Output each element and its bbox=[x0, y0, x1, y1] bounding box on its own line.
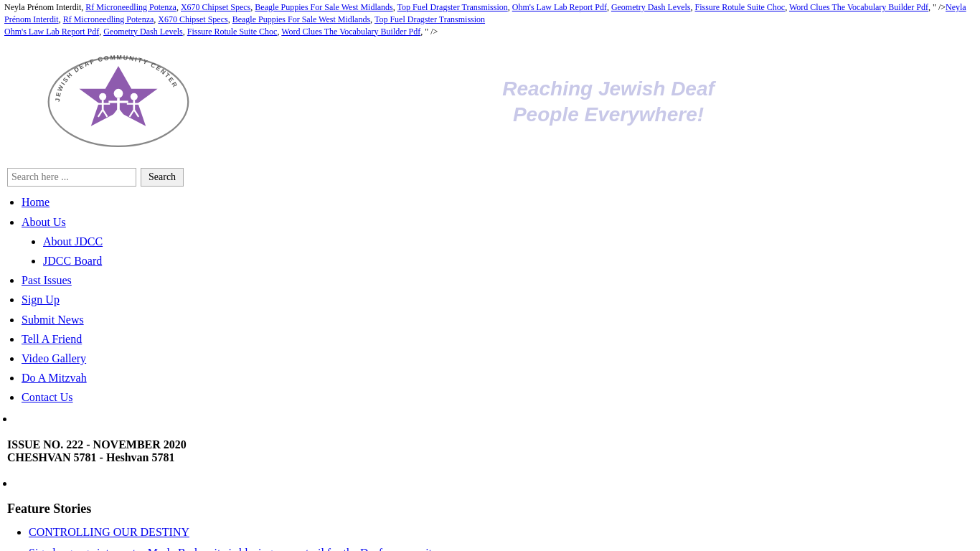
top-link-ohm2[interactable]: Ohm's Law Lab Report Pdf bbox=[4, 27, 99, 37]
logo-svg: JEWISH DEAF COMMUNITY CENTER bbox=[47, 55, 190, 149]
top-link-fissure[interactable]: Fissure Rotule Suite Choc bbox=[695, 2, 786, 12]
tagline-text: Reaching Jewish Deaf People Everywhere! bbox=[502, 76, 715, 128]
svg-point-2 bbox=[114, 89, 123, 98]
nav-item-aboutus: About Us About JDCC JDCC Board bbox=[22, 212, 973, 271]
issue-line1: ISSUE NO. 222 - NOVEMBER 2020 bbox=[7, 438, 973, 451]
main-nav: Home About Us About JDCC JDCC Board Past… bbox=[0, 192, 980, 407]
nav-link-tellafriend[interactable]: Tell A Friend bbox=[22, 333, 82, 345]
top-links-line1: Neyla Prénom Interdit, Rf Microneedling … bbox=[4, 2, 966, 24]
nav-link-submitnews[interactable]: Submit News bbox=[22, 314, 84, 326]
nav-item-pastissues: Past Issues bbox=[22, 270, 973, 290]
dot-1 bbox=[14, 413, 980, 425]
svg-point-7 bbox=[99, 93, 106, 100]
top-link-ohm[interactable]: Ohm's Law Lab Report Pdf bbox=[512, 2, 607, 12]
search-button[interactable]: Search bbox=[141, 168, 184, 187]
nav-link-contactus[interactable]: Contact Us bbox=[22, 391, 73, 403]
top-link-x6702[interactable]: X670 Chipset Specs bbox=[158, 14, 227, 24]
feature-heading: Feature Stories bbox=[7, 501, 973, 517]
search-input[interactable] bbox=[7, 168, 136, 187]
top-link-word2[interactable]: Word Clues The Vocabulary Builder Pdf bbox=[281, 27, 420, 37]
dot-2 bbox=[14, 477, 980, 490]
nav-item-submitnews: Submit News bbox=[22, 310, 973, 329]
nav-link-pastissues[interactable]: Past Issues bbox=[22, 274, 72, 286]
tagline-line1: Reaching Jewish Deaf bbox=[502, 77, 715, 100]
feature-list: CONTROLLING OUR DESTINY Sign language in… bbox=[7, 522, 973, 551]
top-link-beagle[interactable]: Beagle Puppies For Sale West Midlands bbox=[255, 2, 392, 12]
nav-link-jdccboard[interactable]: JDCC Board bbox=[43, 255, 102, 267]
header-area: JEWISH DEAF COMMUNITY CENTER Reaching Je… bbox=[0, 39, 980, 165]
nav-link-aboutjdcc[interactable]: About JDCC bbox=[43, 235, 103, 248]
feature-link-1[interactable]: CONTROLLING OUR DESTINY bbox=[29, 526, 189, 538]
nav-link-videogallery[interactable]: Video Gallery bbox=[22, 352, 86, 364]
top-link-fissure2[interactable]: Fissure Rotule Suite Choc bbox=[187, 27, 278, 37]
top-link-rf[interactable]: Rf Microneedling Potenza bbox=[85, 2, 176, 12]
top-links-bar: Neyla Prénom Interdit, Rf Microneedling … bbox=[0, 0, 980, 39]
issue-line2: CHESHVAN 5781 - Heshvan 5781 bbox=[7, 451, 973, 464]
search-area: Search bbox=[0, 165, 980, 192]
feature-item-2: Sign language interpreter Marla Berkowit… bbox=[29, 543, 973, 551]
feature-item-1: CONTROLLING OUR DESTINY bbox=[29, 522, 973, 543]
top-link-beagle2[interactable]: Beagle Puppies For Sale West Midlands bbox=[232, 14, 370, 24]
feature-link-2[interactable]: Sign language interpreter Marla Berkowit… bbox=[29, 547, 438, 551]
top-link-topfuel2[interactable]: Top Fuel Dragster Transmission bbox=[374, 14, 485, 24]
nav-item-contactus: Contact Us bbox=[22, 387, 973, 407]
feature-section: Feature Stories CONTROLLING OUR DESTINY … bbox=[0, 496, 980, 551]
nav-item-aboutjdcc: About JDCC bbox=[43, 232, 973, 251]
nav-link-doamitzvah[interactable]: Do A Mitzvah bbox=[22, 372, 87, 384]
nav-item-videogallery: Video Gallery bbox=[22, 349, 973, 368]
separator-dot-2 bbox=[0, 477, 980, 490]
nav-link-home[interactable]: Home bbox=[22, 196, 50, 208]
tagline-line2: People Everywhere! bbox=[513, 103, 704, 126]
top-links-line2: Ohm's Law Lab Report Pdf, Geometry Dash … bbox=[4, 27, 438, 37]
nav-item-jdccboard: JDCC Board bbox=[43, 251, 973, 270]
separator-dot-1 bbox=[0, 413, 980, 425]
top-link-word[interactable]: Word Clues The Vocabulary Builder Pdf bbox=[789, 2, 928, 12]
top-link-x670[interactable]: X670 Chipset Specs bbox=[181, 2, 250, 12]
top-link-topfuel[interactable]: Top Fuel Dragster Transmission bbox=[397, 2, 508, 12]
nav-item-signup: Sign Up bbox=[22, 290, 973, 309]
svg-point-12 bbox=[131, 93, 138, 100]
top-link-geometry2[interactable]: Geometry Dash Levels bbox=[103, 27, 183, 37]
tagline-area: Reaching Jewish Deaf People Everywhere! bbox=[230, 76, 973, 128]
top-link-geometry[interactable]: Geometry Dash Levels bbox=[611, 2, 691, 12]
nav-link-signup[interactable]: Sign Up bbox=[22, 293, 60, 306]
issue-info: ISSUE NO. 222 - NOVEMBER 2020 CHESHVAN 5… bbox=[0, 431, 980, 471]
top-link-rf2[interactable]: Rf Microneedling Potenza bbox=[63, 14, 154, 24]
logo-area: JEWISH DEAF COMMUNITY CENTER bbox=[7, 44, 230, 159]
nav-item-home: Home bbox=[22, 192, 973, 212]
nav-item-doamitzvah: Do A Mitzvah bbox=[22, 368, 973, 387]
nav-link-aboutus[interactable]: About Us bbox=[22, 216, 66, 228]
nav-item-tellafriend: Tell A Friend bbox=[22, 329, 973, 349]
